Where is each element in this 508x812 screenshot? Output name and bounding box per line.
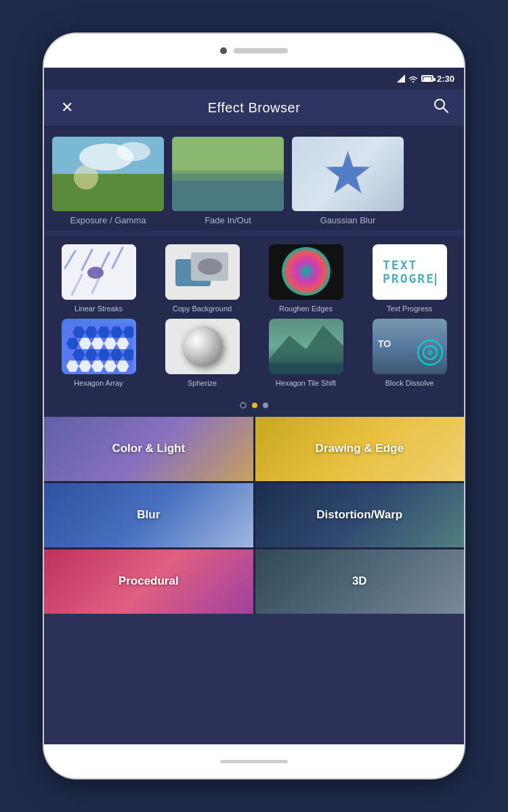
category-item-drawing-edge[interactable]: Drawing & Edge bbox=[255, 417, 465, 481]
effect-card-gaussian-blur[interactable]: Gaussian Blur bbox=[292, 137, 404, 225]
effect-item-spherize[interactable]: Spherize bbox=[153, 319, 251, 388]
pagination-dots bbox=[44, 397, 464, 417]
effect-thumb-roughen-edges bbox=[269, 244, 343, 300]
svg-text:TO: TO bbox=[378, 338, 391, 349]
sky-illustration bbox=[52, 137, 164, 211]
svg-point-24 bbox=[282, 247, 331, 296]
effect-thumb-block-dissolve: TO bbox=[373, 319, 447, 374]
screen-content[interactable]: Exposure / Gamma Fade In/Out bbox=[44, 126, 464, 744]
svg-point-18 bbox=[87, 267, 104, 279]
status-bar: 2:30 bbox=[44, 68, 464, 89]
wifi-icon bbox=[408, 75, 418, 83]
top-bar: ✕ Effect Browser bbox=[44, 89, 464, 126]
hexagon-tile-svg bbox=[269, 319, 343, 374]
search-icon bbox=[433, 98, 448, 113]
effect-label-gaussian-blur: Gaussian Blur bbox=[320, 215, 376, 225]
category-item-distortion-warp[interactable]: Distortion/Warp bbox=[255, 483, 465, 547]
svg-point-52 bbox=[240, 403, 246, 408]
sphere-shape bbox=[182, 326, 223, 367]
svg-point-51 bbox=[427, 350, 433, 355]
category-label-3d: 3D bbox=[352, 574, 367, 588]
svg-rect-4 bbox=[52, 174, 164, 211]
effect-thumb-fade-in-out bbox=[172, 137, 284, 211]
text-progress-display: TEXT PROGRE bbox=[383, 258, 436, 286]
effect-item-hexagon-array[interactable]: Hexagon Array bbox=[49, 319, 148, 388]
effect-name-text-progress: Text Progress bbox=[387, 304, 432, 313]
effect-thumb-spherize bbox=[165, 319, 240, 374]
effect-label-exposure-gamma: Exposure / Gamma bbox=[70, 215, 146, 225]
effect-thumb-gaussian-blur bbox=[292, 137, 404, 211]
effect-item-roughen-edges[interactable]: Roughen Edges bbox=[257, 244, 355, 313]
effect-card-fade-in-out[interactable]: Fade In/Out bbox=[172, 137, 284, 225]
effect-name-linear-streaks: Linear Streaks bbox=[75, 304, 123, 313]
phone-frame: 2:30 ✕ Effect Browser bbox=[44, 34, 464, 778]
effect-item-linear-streaks[interactable]: Linear Streaks bbox=[49, 244, 148, 313]
category-label-distortion-warp: Distortion/Warp bbox=[316, 508, 402, 522]
status-time: 2:30 bbox=[437, 74, 454, 84]
effect-item-block-dissolve[interactable]: TO Block Dissolve bbox=[360, 319, 459, 388]
svg-point-22 bbox=[198, 258, 222, 275]
category-item-3d[interactable]: 3D bbox=[255, 549, 465, 614]
cursor-bar bbox=[435, 273, 436, 286]
page-title: Effect Browser bbox=[79, 100, 429, 116]
effect-name-block-dissolve: Block Dissolve bbox=[385, 378, 434, 388]
search-button[interactable] bbox=[429, 98, 453, 117]
svg-marker-0 bbox=[397, 74, 405, 83]
phone-screen: 2:30 ✕ Effect Browser bbox=[44, 68, 464, 744]
effect-thumb-hexagon-array bbox=[62, 319, 136, 374]
effect-name-copy-background: Copy Background bbox=[173, 304, 232, 313]
svg-rect-10 bbox=[172, 171, 284, 181]
text-progress-line2: PROGRE bbox=[383, 272, 436, 286]
svg-point-6 bbox=[117, 142, 150, 161]
phone-top-bezel bbox=[44, 34, 464, 68]
block-dissolve-svg: TO bbox=[373, 319, 447, 374]
effect-thumb-copy-background bbox=[165, 244, 240, 300]
category-item-procedural[interactable]: Procedural bbox=[44, 549, 253, 614]
camera-dot bbox=[220, 47, 227, 54]
effect-item-text-progress[interactable]: TEXT PROGRE Text Progress bbox=[360, 244, 459, 313]
star-decoration bbox=[324, 150, 372, 198]
lake-illustration bbox=[172, 137, 284, 211]
roughen-svg bbox=[269, 244, 343, 300]
horizontal-effects-row[interactable]: Exposure / Gamma Fade In/Out bbox=[44, 126, 464, 231]
effect-item-hexagon-tile-shift[interactable]: Hexagon Tile Shift bbox=[257, 319, 355, 388]
effect-name-hexagon-tile-shift: Hexagon Tile Shift bbox=[276, 378, 336, 388]
svg-line-2 bbox=[443, 108, 448, 112]
effect-thumb-text-progress: TEXT PROGRE bbox=[373, 244, 447, 300]
battery-icon bbox=[421, 75, 433, 82]
effect-label-fade-in-out: Fade In/Out bbox=[205, 215, 251, 225]
category-item-blur[interactable]: Blur bbox=[44, 483, 253, 547]
effect-name-spherize: Spherize bbox=[188, 378, 217, 388]
category-label-drawing-edge: Drawing & Edge bbox=[316, 442, 404, 455]
svg-point-7 bbox=[74, 165, 98, 189]
home-indicator bbox=[220, 760, 288, 763]
phone-bottom-bezel bbox=[44, 744, 464, 778]
copy-bg-svg bbox=[165, 244, 240, 300]
signal-icon bbox=[397, 74, 405, 83]
text-progress-line1: TEXT bbox=[383, 258, 436, 272]
effect-thumb-linear-streaks bbox=[62, 244, 136, 300]
effects-grid: Linear Streaks bbox=[44, 236, 464, 397]
close-button[interactable]: ✕ bbox=[55, 99, 79, 116]
pagination-dot-2[interactable] bbox=[263, 403, 268, 408]
effect-name-roughen-edges: Roughen Edges bbox=[279, 304, 333, 313]
effect-thumb-exposure-gamma bbox=[52, 137, 164, 211]
effect-name-hexagon-array: Hexagon Array bbox=[74, 378, 123, 388]
status-icons: 2:30 bbox=[397, 74, 454, 84]
pagination-dot-0[interactable] bbox=[240, 402, 247, 409]
effect-thumb-hexagon-tile-shift bbox=[269, 319, 343, 374]
effect-card-exposure-gamma[interactable]: Exposure / Gamma bbox=[52, 137, 164, 225]
category-item-color-light[interactable]: Color & Light bbox=[44, 417, 253, 481]
hexagon-svg bbox=[64, 321, 133, 374]
streaks-svg bbox=[62, 244, 136, 300]
pagination-dot-1[interactable] bbox=[252, 403, 257, 408]
streaks-canvas bbox=[62, 244, 136, 300]
effect-item-copy-background[interactable]: Copy Background bbox=[153, 244, 251, 313]
category-label-blur: Blur bbox=[137, 508, 160, 522]
category-label-procedural: Procedural bbox=[119, 574, 179, 588]
speaker bbox=[234, 48, 288, 53]
category-label-color-light: Color & Light bbox=[112, 442, 185, 455]
category-grid: Color & Light Drawing & Edge Blur Distor… bbox=[44, 417, 464, 614]
